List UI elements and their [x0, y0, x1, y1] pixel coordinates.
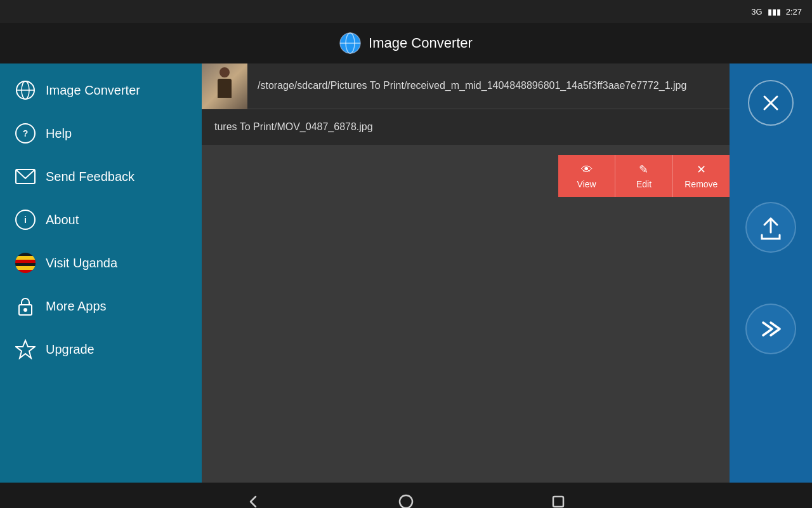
edit-button[interactable]: ✎ Edit [615, 155, 672, 197]
remove-icon: ✕ [697, 163, 706, 177]
lock-icon [15, 296, 36, 316]
header-title: Image Converter [369, 35, 473, 51]
file-path-2: tures To Print/MOV_0487_6878.jpg [202, 112, 730, 142]
help-icon: ? [15, 123, 36, 144]
star-icon [15, 339, 36, 359]
app-icon [339, 32, 361, 54]
sidebar-label-visit-uganda: Visit Uganda [46, 256, 117, 271]
file-thumbnail-1 [202, 64, 247, 109]
next-button[interactable] [745, 304, 796, 354]
time-display: 2:27 [786, 7, 802, 17]
uganda-flag-icon [15, 253, 36, 273]
context-menu: 👁 View ✎ Edit ✕ Remove [558, 155, 730, 197]
upload-button[interactable] [745, 202, 796, 253]
sidebar-item-visit-uganda[interactable]: Visit Uganda [0, 241, 202, 284]
home-button[interactable] [393, 489, 419, 508]
view-label: View [577, 179, 596, 189]
sidebar-label-send-feedback: Send Feedback [46, 170, 134, 184]
sidebar-label-help: Help [46, 126, 72, 141]
view-button[interactable]: 👁 View [558, 155, 615, 197]
sidebar-label-about: About [46, 213, 79, 227]
recent-button[interactable] [546, 489, 571, 508]
eye-icon: 👁 [581, 163, 593, 177]
remove-label: Remove [684, 179, 717, 189]
file-path-1: /storage/sdcard/Pictures To Print/receiv… [247, 71, 730, 100]
svg-marker-10 [16, 340, 35, 358]
sidebar: Image Converter ? Help Send Feedback i A… [0, 64, 202, 483]
back-button[interactable] [241, 489, 266, 508]
edit-icon: ✎ [639, 163, 648, 177]
sidebar-item-help[interactable]: ? Help [0, 112, 202, 155]
sidebar-item-send-feedback[interactable]: Send Feedback [0, 155, 202, 198]
globe-icon [15, 80, 36, 100]
svg-point-9 [23, 308, 27, 312]
app-header: Image Converter [0, 23, 812, 64]
signal-indicator: 3G [751, 7, 762, 17]
battery-indicator: ▮▮▮ [768, 7, 781, 17]
sidebar-item-about[interactable]: i About [0, 198, 202, 241]
sidebar-label-more-apps: More Apps [46, 299, 107, 314]
svg-point-13 [400, 495, 412, 508]
file-item-1[interactable]: /storage/sdcard/Pictures To Print/receiv… [202, 64, 730, 109]
right-panel [730, 64, 812, 483]
edit-label: Edit [636, 179, 652, 189]
main-layout: Image Converter ? Help Send Feedback i A… [0, 64, 812, 483]
status-bar: 3G ▮▮▮ 2:27 [0, 0, 812, 23]
remove-button[interactable]: ✕ Remove [673, 155, 730, 197]
sidebar-label-image-converter: Image Converter [46, 83, 140, 98]
svg-rect-14 [553, 497, 563, 507]
sidebar-label-upgrade: Upgrade [46, 342, 95, 357]
info-icon: i [15, 210, 36, 230]
content-area: /storage/sdcard/Pictures To Print/receiv… [202, 64, 730, 483]
close-button[interactable] [748, 80, 794, 126]
bottom-nav [0, 483, 812, 508]
envelope-icon [15, 166, 36, 187]
file-item-2[interactable]: tures To Print/MOV_0487_6878.jpg 👁 View … [202, 109, 730, 146]
sidebar-item-upgrade[interactable]: Upgrade [0, 328, 202, 371]
sidebar-item-image-converter[interactable]: Image Converter [0, 69, 202, 112]
sidebar-item-more-apps[interactable]: More Apps [0, 284, 202, 328]
